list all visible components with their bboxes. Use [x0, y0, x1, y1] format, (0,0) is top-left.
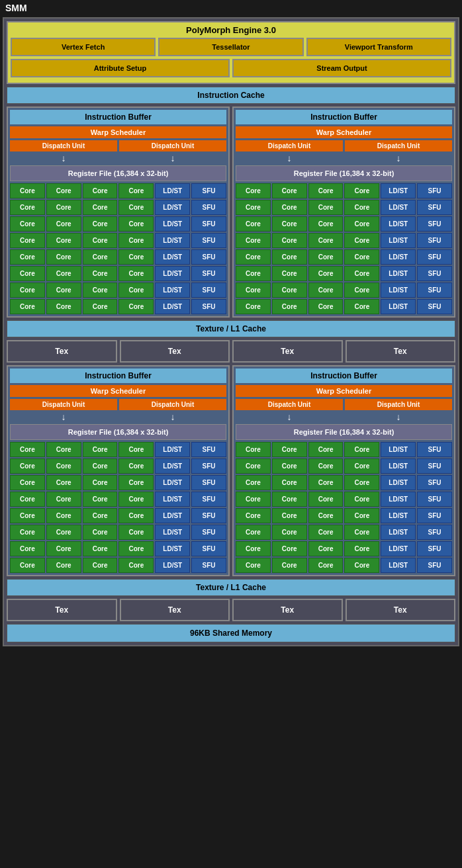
ldst: LD/ST [155, 266, 190, 281]
core: Core [10, 492, 45, 507]
core: Core [272, 558, 307, 573]
core: Core [344, 558, 379, 573]
core: Core [118, 183, 154, 198]
tex-row-top: Tex Tex Tex Tex [7, 340, 455, 363]
core: Core [236, 282, 271, 298]
sfu: SFU [417, 458, 452, 474]
core: Core [344, 216, 379, 232]
arrows-4: ↓ ↓ [236, 412, 452, 422]
ldst: LD/ST [155, 541, 190, 556]
tex-4: Tex [346, 340, 456, 363]
sfu: SFU [417, 233, 452, 248]
warp-scheduler-2: Warp Scheduler [236, 126, 452, 138]
viewport-transform: Viewport Transform [306, 38, 451, 56]
ldst: LD/ST [381, 442, 416, 457]
texture-cache-top: Texture / L1 Cache [7, 320, 455, 337]
ldst: LD/ST [381, 558, 416, 573]
core: Core [46, 266, 81, 281]
core: Core [83, 558, 118, 573]
sfu: SFU [191, 442, 226, 457]
dispatch-unit-4b: Dispatch Unit [345, 399, 452, 410]
core: Core [308, 475, 344, 490]
sfu: SFU [191, 266, 226, 281]
core: Core [46, 525, 81, 540]
core: Core [344, 266, 379, 281]
arrow-4b: ↓ [345, 412, 452, 422]
dispatch-unit-2b: Dispatch Unit [345, 140, 452, 152]
core: Core [83, 249, 118, 265]
sfu: SFU [191, 183, 226, 198]
sfu: SFU [417, 216, 452, 232]
dispatch-unit-3a: Dispatch Unit [10, 399, 117, 410]
core: Core [46, 558, 81, 573]
core: Core [118, 299, 154, 314]
polymorph-row1: Vertex Fetch Tessellator Viewport Transf… [11, 38, 451, 56]
core: Core [236, 525, 271, 540]
core: Core [308, 442, 344, 457]
core: Core [344, 200, 379, 215]
ldst: LD/ST [381, 266, 416, 281]
core: Core [236, 249, 271, 265]
sfu: SFU [191, 558, 226, 573]
warp-scheduler-1: Warp Scheduler [10, 126, 226, 138]
core: Core [118, 458, 154, 474]
sfu: SFU [417, 541, 452, 556]
arrows-3: ↓ ↓ [10, 412, 226, 422]
stream-output: Stream Output [232, 59, 451, 77]
core: Core [83, 475, 118, 490]
core: Core [236, 299, 271, 314]
core: Core [46, 299, 81, 314]
core: Core [83, 266, 118, 281]
sm-block-1: Instruction Buffer Warp Scheduler Dispat… [7, 107, 230, 318]
core: Core [236, 508, 271, 523]
core: Core [236, 266, 271, 281]
ldst: LD/ST [381, 475, 416, 490]
smm-title: SMM [0, 0, 462, 16]
ldst: LD/ST [381, 525, 416, 540]
core: Core [308, 558, 344, 573]
core: Core [118, 216, 154, 232]
ldst: LD/ST [155, 233, 190, 248]
tex-7: Tex [232, 599, 343, 621]
core: Core [236, 200, 271, 215]
tex-row-bottom: Tex Tex Tex Tex [7, 599, 455, 621]
core: Core [308, 458, 344, 474]
core: Core [46, 458, 81, 474]
core: Core [344, 183, 379, 198]
sfu: SFU [417, 266, 452, 281]
sfu: SFU [417, 200, 452, 215]
dispatch-unit-3b: Dispatch Unit [119, 399, 226, 410]
core: Core [83, 541, 118, 556]
dispatch-row-2: Dispatch Unit Dispatch Unit [236, 140, 452, 152]
register-file-3: Register File (16,384 x 32-bit) [10, 424, 226, 440]
sfu: SFU [191, 216, 226, 232]
dispatch-row-4: Dispatch Unit Dispatch Unit [236, 399, 452, 410]
core: Core [10, 249, 45, 265]
dispatch-unit-2a: Dispatch Unit [236, 140, 343, 152]
core: Core [118, 541, 154, 556]
ldst: LD/ST [381, 200, 416, 215]
core: Core [10, 216, 45, 232]
texture-cache-bottom: Texture / L1 Cache [7, 579, 455, 596]
sfu: SFU [191, 299, 226, 314]
core: Core [10, 508, 45, 523]
sfu: SFU [417, 299, 452, 314]
core: Core [308, 216, 344, 232]
core: Core [46, 216, 81, 232]
core: Core [236, 458, 271, 474]
core: Core [308, 282, 344, 298]
core: Core [272, 508, 307, 523]
core: Core [344, 508, 379, 523]
core: Core [46, 541, 81, 556]
sfu: SFU [191, 541, 226, 556]
arrow-2a: ↓ [236, 153, 343, 163]
core: Core [83, 492, 118, 507]
ldst: LD/ST [381, 282, 416, 298]
instruction-buffer-1: Instruction Buffer [10, 110, 226, 124]
sfu: SFU [417, 525, 452, 540]
warp-scheduler-4: Warp Scheduler [236, 385, 452, 397]
core: Core [118, 475, 154, 490]
core: Core [83, 525, 118, 540]
core: Core [46, 233, 81, 248]
core-grid-4: CoreCoreCoreCoreLD/STSFU CoreCoreCoreCor… [236, 442, 452, 573]
